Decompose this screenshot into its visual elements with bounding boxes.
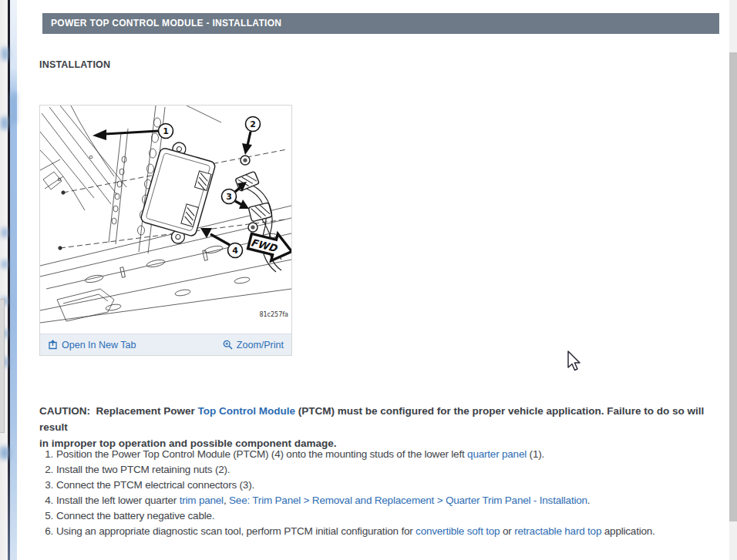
callout-2: 2 xyxy=(242,117,261,156)
step-number: 2. xyxy=(44,462,53,478)
trim-panel-link[interactable]: trim panel xyxy=(180,495,224,506)
left-edge-sidebar-remnant xyxy=(0,0,17,560)
step-1: 1.Position the Power Top Control Module … xyxy=(44,447,725,462)
step-2: 2.Install the two PTCM retaining nuts (2… xyxy=(44,462,725,478)
open-in-new-tab-link[interactable]: Open In New Tab xyxy=(48,340,136,350)
step-text: or xyxy=(500,525,514,537)
open-in-new-tab-icon xyxy=(48,340,58,350)
section-heading: INSTALLATION xyxy=(39,59,110,70)
step-text: . xyxy=(587,495,591,506)
zoom-print-label: Zoom/Print xyxy=(237,340,284,350)
step-4: 4.Install the left lower quarter trim pa… xyxy=(44,493,725,508)
callout-1: 1 xyxy=(93,124,173,141)
step-text: Connect the PTCM electrical connectors (… xyxy=(56,479,254,491)
open-in-new-tab-label: Open In New Tab xyxy=(62,340,136,350)
figure-panel: 1 2 3 4 xyxy=(39,105,292,356)
step-text: Position the Power Top Control Module (P… xyxy=(56,448,467,460)
step-number: 1. xyxy=(44,447,53,462)
sidebar-blob xyxy=(2,260,8,268)
step-number: 3. xyxy=(44,478,53,493)
svg-text:1: 1 xyxy=(163,126,169,136)
svg-text:4: 4 xyxy=(232,246,238,256)
sidebar-blob xyxy=(11,92,17,123)
step-number: 6. xyxy=(44,524,53,539)
mouse-cursor xyxy=(567,350,582,374)
sidebar-blue-band xyxy=(10,0,17,560)
see-trim-panel-reference-link[interactable]: See: Trim Panel > Removal and Replacemen… xyxy=(229,495,587,506)
sidebar-scroll-remnant xyxy=(0,299,5,433)
step-6: 6.Using an appropriate diagnostic scan t… xyxy=(44,524,725,539)
page-title: POWER TOP CONTROL MODULE - INSTALLATION xyxy=(51,18,281,29)
convertible-soft-top-link[interactable]: convertible soft top xyxy=(416,525,500,537)
step-text: Install the two PTCM retaining nuts (2). xyxy=(56,464,230,475)
svg-text:3: 3 xyxy=(226,192,232,202)
installation-steps: 1.Position the Power Top Control Module … xyxy=(44,447,725,539)
sidebar-blob xyxy=(2,48,8,60)
step-text: application. xyxy=(601,525,655,537)
quarter-panel-link[interactable]: quarter panel xyxy=(467,448,527,460)
retractable-hard-top-link[interactable]: retractable hard top xyxy=(514,525,601,537)
zoom-print-link[interactable]: Zoom/Print xyxy=(223,340,284,350)
caution-text: CAUTION: Replacement Power xyxy=(39,405,198,417)
step-number: 4. xyxy=(44,493,53,508)
zoom-in-icon xyxy=(223,340,233,350)
ptcm-installation-diagram: 1 2 3 4 xyxy=(40,106,291,334)
figure-image: 1 2 3 4 xyxy=(40,106,291,334)
page-title-bar: POWER TOP CONTROL MODULE - INSTALLATION xyxy=(42,13,719,34)
step-text: Install the left lower quarter xyxy=(56,495,180,506)
vertical-scrollbar-track[interactable] xyxy=(729,0,737,560)
sidebar-blob xyxy=(1,117,8,129)
sidebar-blob xyxy=(2,228,8,237)
svg-text:2: 2 xyxy=(250,119,256,129)
sidebar-blob xyxy=(0,447,9,459)
step-3: 3.Connect the PTCM electrical connectors… xyxy=(44,478,725,493)
step-text: , xyxy=(224,495,229,506)
caution-paragraph: CAUTION: Replacement Power Top Control M… xyxy=(39,403,725,451)
vertical-scrollbar-thumb[interactable] xyxy=(729,52,737,521)
figure-toolbar: Open In New Tab Zoom/Print xyxy=(40,334,291,355)
top-control-module-link[interactable]: Top Control Module xyxy=(198,405,295,417)
step-text: Using an appropriate diagnostic scan too… xyxy=(56,525,416,537)
step-number: 5. xyxy=(44,508,53,524)
step-5: 5.Connect the battery negative cable. xyxy=(44,508,725,524)
step-text: (1). xyxy=(527,448,544,460)
figure-code: 81c257fa xyxy=(259,311,288,318)
step-text: Connect the battery negative cable. xyxy=(56,510,214,521)
